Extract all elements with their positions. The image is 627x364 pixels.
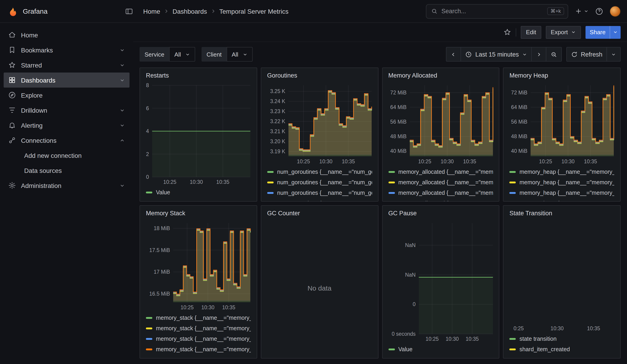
user-avatar[interactable] — [610, 6, 621, 17]
search-input[interactable] — [441, 8, 544, 15]
panel-chart[interactable]: 16.5 MiB17 MiB17.5 MiB18 MiB10:2510:3010… — [143, 219, 254, 312]
panel-chart[interactable]: 3.19 K3.20 K3.21 K3.22 K3.23 K3.24 K3.25… — [264, 82, 375, 166]
svg-text:10:35: 10:35 — [222, 305, 235, 311]
sidebar-item-label: Data sources — [24, 167, 62, 174]
refresh-button[interactable]: Refresh — [566, 47, 607, 62]
panel-chart[interactable]: NaNNaN00 seconds10:2510:3010:35 — [385, 219, 496, 343]
legend-item[interactable]: num_goroutines {__name__="num_go — [267, 166, 372, 177]
legend-item[interactable]: memory_heap {__name__="memory_h — [510, 188, 615, 198]
sidebar-item-label: Starred — [21, 61, 42, 69]
chevron-up-icon[interactable] — [119, 138, 125, 143]
help-button[interactable] — [595, 7, 603, 15]
panel-chart[interactable]: 40 MiB48 MiB56 MiB64 MiB72 MiB10:2510:30… — [506, 82, 618, 166]
sidebar-item-administration[interactable]: Administration — [4, 178, 129, 193]
svg-text:4: 4 — [146, 128, 149, 134]
sidebar-item-add-new-connection[interactable]: Add new connection — [4, 148, 129, 163]
legend-item[interactable]: memory_allocated {__name__="memo — [388, 177, 493, 188]
legend-item[interactable]: memory_heap {__name__="memory_h — [510, 166, 615, 177]
legend-item[interactable]: memory_heap {__name__="memory_h — [510, 198, 615, 201]
legend-item[interactable]: memory_heap {__name__="memory_h — [510, 177, 615, 188]
series-label: Value — [398, 346, 413, 352]
legend-item[interactable]: memory_allocated {__name__="memo — [388, 188, 493, 198]
legend-item[interactable]: memory_allocated {__name__="memo — [388, 198, 493, 201]
favorite-star-button[interactable] — [504, 28, 511, 36]
panel-title[interactable]: GC Pause — [382, 206, 499, 217]
zoom-out-button[interactable] — [546, 47, 562, 62]
panel-title[interactable]: Memory Heap — [504, 68, 620, 80]
topbar-actions: ⌘+k — [426, 4, 621, 18]
svg-text:3.22 K: 3.22 K — [270, 118, 285, 124]
time-back-button[interactable] — [446, 47, 461, 62]
sidebar-item-explore[interactable]: Explore — [4, 88, 129, 103]
panel-chart[interactable]: 0246810:2510:3010:35 — [143, 82, 254, 186]
breadcrumb-item-home[interactable]: Home — [143, 7, 160, 15]
chevron-down-icon[interactable] — [119, 77, 125, 83]
svg-text:40 MiB: 40 MiB — [390, 148, 407, 154]
panel-title[interactable]: GC Counter — [261, 206, 378, 217]
dock-sidebar-button[interactable] — [125, 7, 133, 15]
legend-item[interactable]: num_goroutines {__name__="num_go — [267, 188, 372, 198]
breadcrumb-separator-icon — [211, 9, 216, 14]
svg-text:10:35: 10:35 — [216, 179, 230, 185]
legend-item[interactable]: state transition — [510, 333, 615, 344]
sidebar-item-label: Add new connection — [24, 152, 82, 159]
svg-text:0: 0 — [146, 174, 149, 180]
sidebar-item-bookmarks[interactable]: Bookmarks — [4, 42, 129, 57]
panel-title[interactable]: Memory Stack — [140, 206, 257, 217]
chevron-down-icon[interactable] — [119, 183, 125, 188]
legend-item[interactable]: num_goroutines {__name__="num_go — [267, 198, 372, 201]
legend-item[interactable]: Value — [146, 187, 251, 198]
search-bar[interactable]: ⌘+k — [426, 4, 568, 18]
chevron-down-icon[interactable] — [119, 62, 125, 68]
legend-item[interactable]: shard_item_created — [510, 344, 615, 354]
brand-label: Grafana — [23, 7, 48, 15]
chevron-down-icon[interactable] — [119, 107, 125, 113]
chevron-down-icon[interactable] — [119, 47, 125, 53]
service-value-select[interactable]: All — [169, 47, 195, 62]
filter-bar: Service All Client All Las — [133, 42, 627, 65]
panel-title[interactable]: State Transition — [504, 206, 620, 217]
add-button[interactable] — [575, 7, 589, 15]
panel-title[interactable]: Restarts — [140, 68, 257, 80]
breadcrumb-item-dashboards[interactable]: Dashboards — [173, 7, 207, 15]
legend-item[interactable]: memory_stack {__name__="memory_s — [146, 312, 251, 323]
svg-text:3.20 K: 3.20 K — [270, 138, 285, 144]
share-button[interactable]: Share — [586, 26, 610, 39]
sidebar-item-alerting[interactable]: Alerting — [4, 118, 129, 133]
series-label: memory_stack {__name__="memory_s — [156, 314, 251, 321]
time-range-picker[interactable]: Last 15 minutes — [461, 47, 532, 62]
sidebar-item-starred[interactable]: Starred — [4, 57, 129, 73]
panel-chart[interactable]: 0:2510:3010:35 — [506, 219, 618, 332]
sidebar-item-data-sources[interactable]: Data sources — [4, 163, 129, 178]
panel-chart[interactable]: 40 MiB48 MiB56 MiB64 MiB72 MiB10:2510:30… — [385, 82, 496, 166]
svg-text:10:30: 10:30 — [440, 158, 454, 164]
edit-button[interactable]: Edit — [521, 26, 541, 39]
sidebar-item-dashboards[interactable]: Dashboards — [4, 73, 129, 88]
sidebar-item-connections[interactable]: Connections — [4, 133, 129, 148]
time-forward-button[interactable] — [531, 47, 546, 62]
sidebar-item-label: Alerting — [21, 122, 43, 129]
panel-legend: memory_stack {__name__="memory_smemory_s… — [140, 312, 257, 358]
chevron-down-icon[interactable] — [119, 122, 125, 128]
legend-item[interactable]: memory_stack {__name__="memory_s — [146, 344, 251, 354]
legend-item[interactable]: num_goroutines {__name__="num_go — [267, 177, 372, 188]
series-label: memory_heap {__name__="memory_h — [520, 190, 615, 196]
client-value-select[interactable]: All — [227, 47, 252, 62]
legend-item[interactable]: memory_allocated {__name__="memo — [388, 166, 493, 177]
sidebar-item-home[interactable]: Home — [4, 27, 129, 42]
legend-item[interactable]: memory_stack {__name__="memory_s — [146, 323, 251, 333]
panel-title[interactable]: Memory Allocated — [382, 68, 499, 80]
sidebar-item-drilldown[interactable]: Drilldown — [4, 103, 129, 118]
client-variable: Client All — [202, 47, 252, 62]
series-label: num_goroutines {__name__="num_go — [277, 168, 372, 175]
series-label: memory_allocated {__name__="memo — [398, 179, 493, 185]
refresh-interval-caret[interactable] — [607, 47, 621, 62]
legend-item[interactable]: Value — [388, 344, 493, 354]
svg-text:0:25: 0:25 — [514, 325, 524, 331]
top-bar: Grafana Home Dashboards Temporal Server … — [0, 0, 627, 23]
legend-item[interactable]: memory_stack {__name__="memory_s — [146, 333, 251, 344]
share-caret-button[interactable] — [610, 26, 621, 39]
grafana-logo-icon[interactable] — [7, 6, 18, 17]
export-button[interactable]: Export — [546, 26, 581, 39]
panel-title[interactable]: Goroutines — [261, 68, 378, 80]
